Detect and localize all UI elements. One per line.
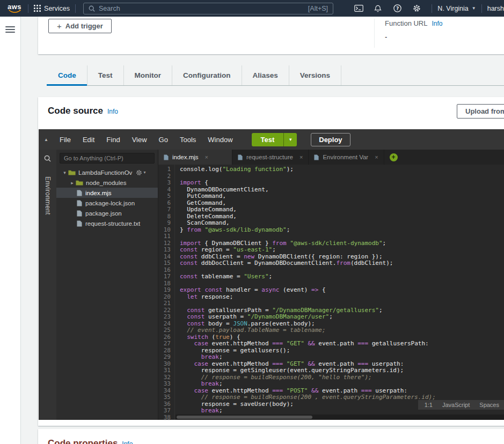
- line-number: 27: [158, 341, 171, 347]
- tree-item-lambdafunctionov[interactable]: ▾LambdaFunctionOv▾: [56, 167, 158, 177]
- test-dropdown-caret[interactable]: ▼: [283, 133, 297, 146]
- deploy-button[interactable]: Deploy: [311, 133, 350, 146]
- code-line-4: DynamoDBDocumentClient,: [180, 187, 504, 194]
- region-selector[interactable]: N. Virginia ▼: [437, 5, 476, 12]
- tree-item-request-structure.txt[interactable]: request-structure.txt: [56, 218, 158, 228]
- code-properties-title: Code properties: [48, 438, 118, 444]
- upload-from-label: Upload from: [465, 107, 504, 115]
- grid-icon: [34, 5, 41, 12]
- line-number: 11: [158, 233, 171, 240]
- gear-icon: [413, 4, 421, 12]
- user-menu[interactable]: harsh: [487, 5, 504, 12]
- line-number: 38: [158, 415, 171, 420]
- horizontal-scrollbar[interactable]: [176, 415, 504, 420]
- help-button[interactable]: ?: [389, 2, 405, 15]
- editor-statusbar: 1:1 JavaScript Spaces: [418, 400, 504, 410]
- tree-item-package-lock.json[interactable]: package-lock.json: [56, 198, 158, 208]
- collapse-panel-icon[interactable]: ▲: [44, 137, 54, 142]
- close-tab-icon[interactable]: ×: [300, 154, 303, 160]
- info-link[interactable]: Info: [107, 108, 118, 115]
- editor-tabs: index.mjs×request-structure×Environment …: [158, 150, 384, 165]
- settings-button[interactable]: [408, 2, 425, 15]
- menu-view[interactable]: View: [126, 136, 153, 144]
- notifications-button[interactable]: [370, 2, 386, 15]
- search-input[interactable]: Search [Alt+S]: [83, 3, 333, 14]
- plus-icon: +: [57, 24, 62, 29]
- line-number: 21: [158, 300, 171, 307]
- search-shortcut: [Alt+S]: [308, 5, 328, 12]
- code-properties-card: Code propertiesInfo: [38, 429, 504, 444]
- function-url-label: Function URL: [385, 19, 427, 27]
- file-icon: [314, 154, 319, 160]
- code-editor: ▲ FileEditFindViewGoToolsWindow Test ▼ D…: [39, 129, 504, 420]
- menu-file[interactable]: File: [54, 136, 77, 144]
- editor-tab-environment-var[interactable]: Environment Var×: [309, 150, 384, 165]
- close-tab-icon[interactable]: ×: [205, 154, 208, 160]
- tab-test[interactable]: Test: [87, 65, 123, 85]
- gear-icon: [136, 169, 142, 176]
- tab-configuration[interactable]: Configuration: [172, 65, 241, 85]
- editor-tab-label: index.mjs: [172, 154, 199, 160]
- add-trigger-button[interactable]: + Add trigger: [48, 19, 112, 33]
- line-number: 33: [158, 381, 171, 388]
- bell-icon: [374, 5, 382, 12]
- test-button[interactable]: Test: [252, 133, 284, 146]
- tree-item-node-modules[interactable]: ▸node_modules: [56, 177, 158, 188]
- function-url-value: -: [385, 33, 443, 41]
- line-number: 29: [158, 354, 171, 361]
- goto-anything-input[interactable]: [60, 153, 155, 164]
- new-tab-button[interactable]: +: [390, 153, 398, 161]
- line-number: 9: [158, 220, 171, 227]
- editor-tab-index.mjs[interactable]: index.mjs×: [158, 150, 232, 165]
- menu-window[interactable]: Window: [202, 136, 238, 144]
- code-line-23: const userpath = "/DynamoDBManager/user"…: [180, 314, 504, 321]
- nav-divider: [28, 4, 28, 13]
- language-selector[interactable]: JavaScript: [442, 402, 470, 408]
- info-link[interactable]: Info: [122, 440, 133, 444]
- svg-text:?: ?: [396, 6, 399, 11]
- line-number: 13: [158, 247, 171, 254]
- spaces-indicator[interactable]: Spaces: [479, 402, 499, 408]
- tree-item-index.mjs[interactable]: index.mjs: [56, 188, 158, 198]
- code-line-33: break;: [180, 381, 504, 388]
- code-area[interactable]: 1234567891011121314151617181920212223242…: [158, 165, 504, 420]
- tree-item-label: request-structure.txt: [85, 220, 140, 227]
- hamburger-menu-button[interactable]: [5, 25, 15, 34]
- code-lines: console.log("Loading function"); import …: [175, 165, 504, 420]
- editor-tab-request-structure[interactable]: request-structure×: [232, 150, 309, 165]
- menu-go[interactable]: Go: [153, 136, 174, 144]
- code-line-27: case event.httpMethod === "GET" && event…: [180, 341, 504, 347]
- upload-from-button[interactable]: Upload from ▼: [457, 104, 504, 119]
- aws-logo[interactable]: aws: [8, 4, 21, 13]
- cursor-position[interactable]: 1:1: [425, 402, 433, 408]
- services-menu[interactable]: Services: [34, 5, 70, 12]
- nav-divider: [481, 4, 482, 13]
- nav-divider: [432, 4, 432, 13]
- aws-logo-text: aws: [8, 4, 21, 10]
- folder-settings-button[interactable]: ▾: [136, 169, 145, 176]
- info-link[interactable]: Info: [432, 20, 442, 27]
- code-line-29: break;: [180, 354, 504, 361]
- cloudshell-button[interactable]: [350, 2, 367, 15]
- line-number: 17: [158, 273, 171, 280]
- menu-tools[interactable]: Tools: [174, 136, 202, 144]
- tree-item-package.json[interactable]: package.json: [56, 208, 158, 218]
- line-number: 3: [158, 180, 171, 187]
- tab-code[interactable]: Code: [47, 65, 87, 85]
- tab-versions[interactable]: Versions: [289, 65, 341, 85]
- editor-tabbar: index.mjs×request-structure×Environment …: [158, 150, 504, 165]
- code-line-7: UpdateCommand,: [180, 206, 504, 213]
- tab-aliases[interactable]: Aliases: [242, 65, 289, 85]
- environment-tab[interactable]: Environment: [44, 176, 52, 215]
- close-tab-icon[interactable]: ×: [375, 154, 378, 160]
- tree-item-label: package-lock.json: [85, 200, 135, 206]
- top-navbar: aws Services Search [Alt+S]: [0, 0, 504, 17]
- folder-icon: [68, 169, 76, 176]
- scrollbar-thumb[interactable]: [177, 416, 312, 419]
- code-line-10: } from "@aws-sdk/lib-dynamodb";: [180, 227, 504, 234]
- menu-find[interactable]: Find: [100, 136, 126, 144]
- editor-search-button[interactable]: [44, 155, 51, 164]
- tab-monitor[interactable]: Monitor: [123, 65, 172, 85]
- editor-menubar-items: FileEditFindViewGoToolsWindow: [54, 136, 239, 144]
- menu-edit[interactable]: Edit: [77, 136, 100, 144]
